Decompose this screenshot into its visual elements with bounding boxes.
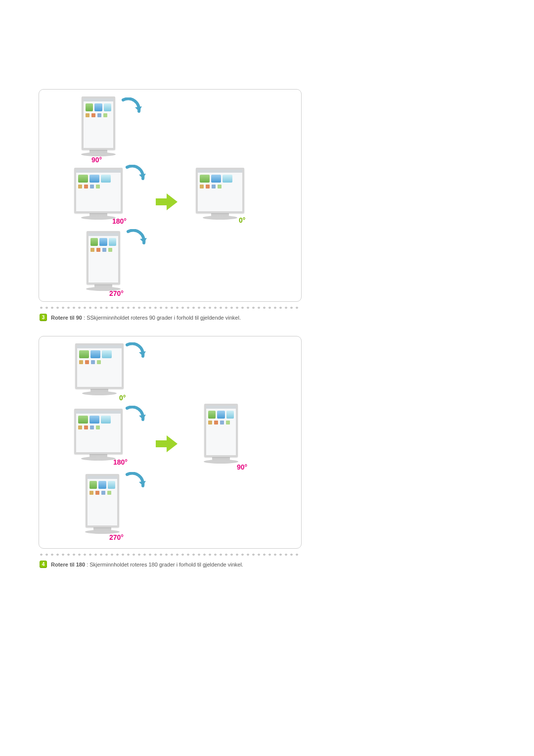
monitor-result — [201, 404, 241, 468]
degree-label: 90° — [91, 156, 102, 164]
rotation-arrow-icon — [122, 342, 147, 367]
result-arrow-icon — [156, 193, 178, 210]
divider-dots — [39, 553, 301, 557]
page: 90° 180° 270° — [0, 0, 534, 632]
svg-marker-0 — [135, 106, 142, 111]
result-arrow-icon — [156, 435, 178, 452]
caption-desc: : Skjerminnholdet roteres 180 grader i f… — [85, 562, 243, 567]
monitor-left-middle — [74, 409, 123, 466]
svg-marker-3 — [156, 193, 178, 210]
caption-row: 3 Rotere til 90 : SSkjerminnholdet roter… — [39, 314, 495, 321]
diagram-rotate-90: 90° 180° 270° — [39, 89, 302, 302]
svg-marker-5 — [139, 415, 146, 420]
degree-label: 180° — [112, 217, 127, 225]
svg-marker-6 — [139, 481, 146, 486]
svg-marker-7 — [156, 435, 178, 452]
monitor-left-middle — [74, 168, 123, 225]
caption-desc: : SSkjerminnholdet roteres 90 grader i f… — [82, 315, 241, 321]
rotation-arrow-icon — [122, 406, 147, 430]
svg-marker-2 — [140, 238, 147, 243]
degree-label: 270° — [109, 533, 124, 541]
rotation-arrow-icon — [122, 165, 147, 189]
degree-label: 180° — [113, 458, 128, 466]
section-rotate-180: 0° 180° 270° — [39, 336, 495, 568]
svg-marker-1 — [139, 174, 146, 179]
monitor-result — [195, 168, 245, 225]
monitor-left-bottom — [83, 474, 122, 538]
caption-title: Rotere til 180 — [51, 562, 85, 567]
rotation-arrow-icon — [123, 229, 148, 254]
monitor-left-top — [75, 343, 124, 400]
section-rotate-90: 90° 180° 270° — [39, 89, 495, 321]
monitor-left-top — [79, 96, 118, 161]
caption-text: Rotere til 180 : Skjerminnholdet roteres… — [51, 562, 243, 567]
caption-text: Rotere til 90 : SSkjerminnholdet roteres… — [51, 315, 241, 321]
diagram-rotate-180: 0° 180° 270° — [39, 336, 302, 549]
degree-label-result: 90° — [237, 463, 247, 471]
step-badge-3: 3 — [40, 314, 47, 321]
degree-label-result: 0° — [239, 216, 245, 224]
rotation-arrow-icon — [122, 472, 147, 497]
svg-marker-4 — [139, 351, 146, 356]
caption-title: Rotere til 90 — [51, 315, 82, 321]
caption-row: 4 Rotere til 180 : Skjerminnholdet roter… — [39, 561, 495, 568]
rotation-arrow-icon — [118, 97, 143, 122]
step-badge-4: 4 — [40, 561, 47, 568]
monitor-left-bottom — [84, 231, 123, 295]
degree-label: 270° — [109, 289, 124, 297]
divider-dots — [39, 306, 301, 310]
degree-label: 0° — [119, 394, 126, 402]
